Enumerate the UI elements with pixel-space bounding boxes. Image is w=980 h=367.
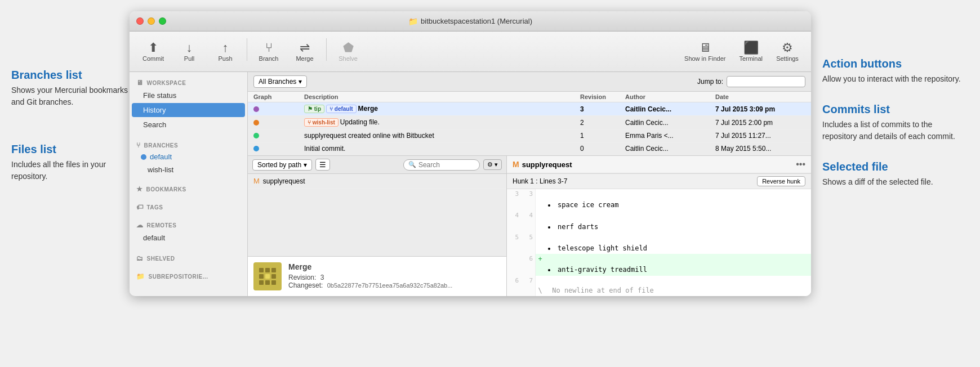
diff-sign <box>536 211 545 232</box>
merge-label: Merge <box>296 55 313 62</box>
diff-new-num <box>521 285 535 296</box>
diff-old-num: 6 <box>507 276 521 286</box>
sidebar-item-wishlist-branch[interactable]: wish-list <box>130 163 247 176</box>
branch-selector-label: All Branches <box>259 78 296 86</box>
tag-badge: ⚑ tip <box>304 105 324 113</box>
commit-icon: ⬆ <box>148 42 158 54</box>
diff-line: 6 7 <box>507 276 811 286</box>
files-list-title: Files list <box>11 142 130 156</box>
diff-line-nums: 5 5 <box>507 232 536 254</box>
branch-label: Branch <box>259 55 279 62</box>
branches-header: ⑂ BRANCHES <box>130 139 247 150</box>
graph-dot <box>253 133 259 138</box>
diff-line: 5 5 telescope light shield <box>507 232 811 254</box>
tags-label: TAGS <box>147 204 163 211</box>
commit-row[interactable]: ⑂ wish-list Updating file. 2 Caitlin Cec… <box>248 116 811 129</box>
shelve-button[interactable]: ⬟ Shelve <box>331 38 365 65</box>
sidebar-item-file-status[interactable]: File status <box>132 88 245 102</box>
close-button[interactable] <box>136 17 144 25</box>
commit-button[interactable]: ⬆ Commit <box>136 38 170 65</box>
list-item[interactable]: M supplyrequest <box>248 174 506 189</box>
svg-rect-3 <box>271 268 276 272</box>
sidebar-item-default-branch[interactable]: default <box>130 150 247 163</box>
settings-label: Settings <box>776 55 799 62</box>
merge-button[interactable]: ⇌ Merge <box>288 38 322 65</box>
svg-rect-7 <box>259 280 264 285</box>
title-text: bitbucketspacestation1 (Mercurial) <box>421 17 532 25</box>
revision-value: 3 <box>320 274 324 281</box>
commit-row[interactable]: ⚑ tip ⑂ default Merge 3 Caitlin Cecic...… <box>248 102 811 116</box>
files-list-annotation: Files list Includes all the files in you… <box>11 142 130 182</box>
diff-code: anti-gravity treadmill <box>545 254 811 275</box>
graph-dot <box>253 106 259 112</box>
commit-row[interactable]: supplyrequest created online with Bitbuc… <box>248 129 811 142</box>
graph-dot <box>253 120 259 126</box>
revision-label: Revision: <box>288 274 316 281</box>
workspace-section: 🖥 WORKSPACE File status History Search <box>130 72 247 135</box>
header-author: Author <box>625 93 715 100</box>
finder-label: Show in Finder <box>684 55 725 62</box>
sidebar-item-remotes-default[interactable]: default <box>132 231 245 245</box>
main-window: 📁 bitbucketspacestation1 (Mercurial) ⬆ C… <box>130 11 811 296</box>
jump-to-input[interactable] <box>727 76 805 87</box>
zoom-button[interactable] <box>159 17 166 25</box>
commits-area: All Branches ▾ Jump to: Graph Descriptio… <box>248 72 811 156</box>
pull-button[interactable]: ↓ Pull <box>172 38 206 65</box>
files-area: Sorted by path ▾ ☰ 🔍 ⚙ ▾ M supplyrequest <box>248 156 811 296</box>
show-in-finder-button[interactable]: 🖥 Show in Finder <box>679 38 731 65</box>
merge-icon: ⇌ <box>300 42 310 54</box>
search-icon: 🔍 <box>408 161 416 168</box>
header-graph: Graph <box>253 93 304 100</box>
diff-line: 3 3 space ice cream <box>507 189 811 211</box>
files-search-input[interactable] <box>418 161 475 169</box>
commit-author: Emma Paris <... <box>625 132 715 140</box>
branch-selector[interactable]: All Branches ▾ <box>253 75 307 88</box>
hunk-header: Hunk 1 : Lines 3-7 Reverse hunk <box>507 173 811 189</box>
commits-list-annotation: Commits list Includes a list of commits … <box>822 102 969 142</box>
commit-row[interactable]: Initial commit. 0 Caitlin Cecic... 8 May… <box>248 142 811 155</box>
shelved-label: SHELVED <box>147 256 175 262</box>
diff-lines: 3 3 space ice cream 4 4 nerf darts 5 5 t… <box>507 189 811 296</box>
sort-dropdown[interactable]: Sorted by path ▾ <box>252 159 312 171</box>
sidebar-item-history[interactable]: History <box>132 103 245 117</box>
files-gear-button[interactable]: ⚙ ▾ <box>483 159 502 170</box>
commit-label: Commit <box>142 55 164 62</box>
tags-header: 🏷 TAGS <box>130 201 247 212</box>
minimize-button[interactable] <box>148 17 155 25</box>
svg-rect-5 <box>265 274 270 279</box>
terminal-button[interactable]: ⬛ Terminal <box>733 38 768 65</box>
tag-badge: ⑂ wish-list <box>304 118 338 127</box>
branches-list-annotation: Branches list Shows your Mercurial bookm… <box>11 68 130 108</box>
remotes-section: ☁ REMOTES default <box>130 214 247 248</box>
settings-button[interactable]: ⚙ Settings <box>770 38 804 65</box>
diff-code: telescope light shield <box>545 232 811 254</box>
selected-file-text: Shows a diff of the selected file. <box>822 176 969 188</box>
sidebar-item-search[interactable]: Search <box>132 118 245 132</box>
left-annotations: Branches list Shows your Mercurial bookm… <box>11 11 130 198</box>
workspace-header: 🖥 WORKSPACE <box>130 77 247 88</box>
settings-icon: ⚙ <box>782 42 793 54</box>
files-list-text: Includes all the files in your repositor… <box>11 159 130 182</box>
diff-new-num: 4 <box>521 211 535 232</box>
list-view-button[interactable]: ☰ <box>315 159 330 171</box>
push-button[interactable]: ↑ Push <box>208 38 242 65</box>
header-date: Date <box>715 93 805 100</box>
svg-rect-2 <box>265 268 270 272</box>
diff-code: No newline at end of file <box>545 285 811 296</box>
commit-revision: 0 <box>580 145 625 153</box>
titlebar: 📁 bitbucketspacestation1 (Mercurial) <box>130 11 811 32</box>
diff-line-nums <box>507 285 536 296</box>
hunk-label: Hunk 1 : Lines 3-7 <box>513 177 567 185</box>
commit-date: 7 Jul 2015 11:27... <box>715 132 805 140</box>
reverse-hunk-button[interactable]: Reverse hunk <box>757 176 805 186</box>
selected-file-annotation: Selected file Shows a diff of the select… <box>822 159 969 188</box>
action-buttons-text: Allow you to interact with the repositor… <box>822 73 969 85</box>
header-description: Description <box>304 93 580 100</box>
files-toolbar: Sorted by path ▾ ☰ 🔍 ⚙ ▾ <box>248 156 506 174</box>
action-buttons-title: Action buttons <box>822 56 969 71</box>
commits-list: ⚑ tip ⑂ default Merge 3 Caitlin Cecic...… <box>248 102 811 155</box>
diff-more-button[interactable]: ••• <box>796 159 805 169</box>
branch-button[interactable]: ⑂ Branch <box>252 38 286 65</box>
commit-author: Caitlin Cecic... <box>625 145 715 153</box>
branch-selector-arrow: ▾ <box>299 78 302 86</box>
